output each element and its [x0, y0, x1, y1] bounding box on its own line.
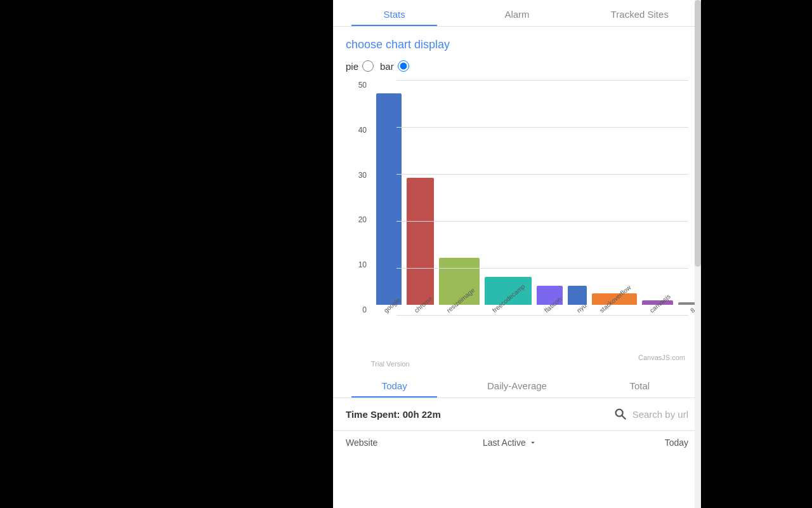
main-tabs: Stats Alarm Tracked Sites	[333, 0, 701, 27]
scrollbar[interactable]	[695, 0, 701, 508]
bar	[407, 178, 434, 305]
chart-type-radio-group: pie bar	[346, 60, 688, 72]
time-spent: Time Spent: 00h 22m	[346, 409, 441, 420]
bar-item: freecodecamp	[485, 277, 531, 316]
time-tab-total[interactable]: Total	[579, 373, 701, 398]
grid-line	[396, 80, 688, 81]
pie-radio-label[interactable]: pie	[346, 60, 374, 72]
bar-chart-container: 01020304050 googlechromeresizeimagefreec…	[346, 81, 688, 360]
bar-item: flaticon	[537, 286, 563, 316]
stats-bar: Time Spent: 00h 22m Search by url	[333, 398, 701, 431]
time-tab-daily-average[interactable]: Daily-Average	[455, 373, 578, 398]
bar-item: chrome	[407, 178, 434, 316]
svg-line-1	[622, 415, 625, 419]
tab-stats[interactable]: Stats	[333, 0, 455, 26]
bar-label: bar	[380, 61, 394, 72]
col-website-header: Website	[346, 438, 483, 448]
bar-item: resizeimage	[439, 258, 480, 316]
chart-section: choose chart display pie bar 01020304050…	[333, 27, 701, 370]
grid-line	[396, 127, 688, 128]
bar-item: google	[376, 93, 402, 316]
search-placeholder: Search by url	[632, 409, 688, 420]
chart-trial-label: Trial Version	[346, 360, 410, 368]
bar-item: nyu	[568, 286, 587, 316]
bar-radio[interactable]	[398, 60, 409, 72]
table-header: Website Last Active Today	[333, 431, 701, 454]
y-axis-label: 50	[346, 81, 370, 90]
scrollbar-thumb[interactable]	[695, 0, 701, 267]
col-last-active-header: Last Active	[483, 438, 620, 448]
y-axis-labels: 01020304050	[346, 81, 370, 316]
y-axis-label: 20	[346, 215, 370, 224]
tab-tracked-sites[interactable]: Tracked Sites	[579, 0, 701, 26]
time-spent-value: 00h 22m	[403, 409, 441, 420]
pie-radio[interactable]	[362, 60, 374, 72]
bar-radio-label[interactable]: bar	[380, 60, 409, 72]
pie-label: pie	[346, 61, 358, 72]
tab-alarm[interactable]: Alarm	[455, 0, 578, 26]
chart-title: choose chart display	[346, 38, 688, 51]
col-today-header: Today	[620, 438, 688, 448]
y-axis-label: 10	[346, 260, 370, 269]
y-axis-label: 40	[346, 126, 370, 135]
bar	[376, 93, 402, 305]
bar	[568, 286, 587, 305]
y-axis-label: 0	[346, 305, 370, 314]
y-axis-label: 30	[346, 171, 370, 180]
search-icon	[613, 407, 627, 421]
grid-line	[396, 221, 688, 222]
bars-area: googlechromeresizeimagefreecodecampflati…	[371, 81, 688, 316]
time-spent-label: Time Spent:	[346, 409, 400, 420]
bar-item: stackoverflow	[592, 293, 637, 316]
sort-down-icon	[528, 438, 537, 447]
grid-line	[396, 174, 688, 175]
time-tab-today[interactable]: Today	[333, 373, 455, 398]
search-box[interactable]: Search by url	[613, 407, 688, 421]
bar-item: canvasjs	[642, 300, 673, 316]
svg-point-0	[615, 410, 622, 417]
time-tabs: Today Daily-Average Total	[333, 373, 701, 398]
